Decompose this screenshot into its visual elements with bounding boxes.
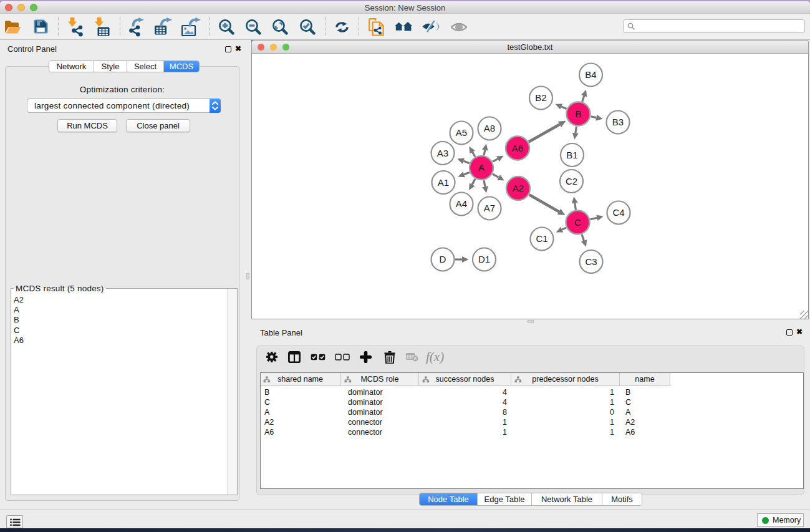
svg-text:B2: B2 (535, 92, 546, 103)
svg-text:A2: A2 (513, 183, 524, 193)
svg-text:f(x): f(x) (426, 349, 444, 364)
svg-text:A5: A5 (456, 127, 467, 138)
svg-text:C4: C4 (612, 207, 624, 218)
svg-text:D: D (440, 254, 446, 264)
svg-text:B4: B4 (585, 69, 596, 80)
svg-text:A: A (478, 162, 485, 173)
svg-text:C2: C2 (566, 176, 577, 186)
svg-text:C3: C3 (585, 256, 597, 267)
svg-text:B1: B1 (566, 150, 577, 160)
svg-text:A6: A6 (512, 143, 523, 153)
svg-text:A7: A7 (484, 203, 495, 213)
svg-text:A3: A3 (437, 148, 448, 158)
svg-text:C: C (574, 217, 581, 228)
svg-text:B: B (575, 109, 581, 119)
svg-text:A4: A4 (456, 198, 467, 209)
svg-text:D1: D1 (478, 254, 490, 264)
svg-text:C1: C1 (536, 233, 547, 244)
svg-text:A1: A1 (438, 177, 449, 188)
svg-text:A8: A8 (484, 123, 495, 133)
svg-text:B3: B3 (612, 117, 624, 127)
